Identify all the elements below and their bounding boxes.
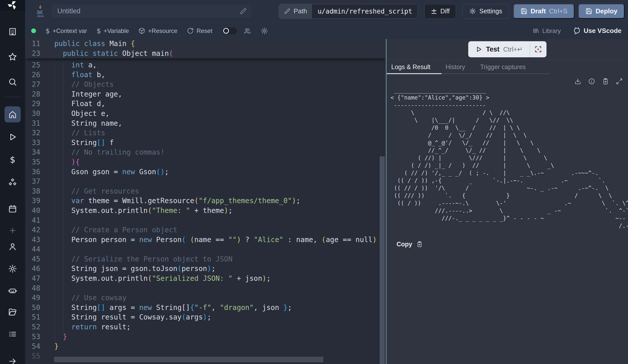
download-icon[interactable] <box>574 78 581 85</box>
code-line-38[interactable]: 38 // Get resources <box>25 187 386 196</box>
sidebar-item-home[interactable] <box>5 106 21 122</box>
line-number: 35 <box>25 157 40 167</box>
line-number: 55 <box>25 351 40 361</box>
tab-history[interactable]: History <box>438 60 473 74</box>
path-edit-button[interactable]: Path <box>279 4 312 18</box>
line-number: 52 <box>25 322 40 332</box>
info-icon[interactable] <box>588 78 595 85</box>
line-content: ){ <box>40 157 80 167</box>
line-number: 29 <box>25 99 40 109</box>
code-line-51[interactable]: 51 String result = Cowsay.say(args); <box>25 312 386 322</box>
deploy-label: Deploy <box>596 7 617 15</box>
sidebar-item-folders[interactable] <box>5 304 21 320</box>
use-vscode-button[interactable]: Use VScode <box>573 27 621 35</box>
vertical-scrollbar[interactable] <box>380 156 385 364</box>
code-line-48[interactable]: 48 <box>25 284 386 293</box>
script-summary-input[interactable]: Untitled <box>52 5 251 18</box>
sidebar-item-favorites[interactable] <box>5 49 21 65</box>
code-line-52[interactable]: 52 return result; <box>25 322 386 332</box>
copy-result-button[interactable]: Copy <box>387 230 628 248</box>
code-line-23[interactable]: 23 public static Object main( <box>25 49 386 59</box>
sidebar-item-user[interactable] <box>5 239 21 255</box>
code-line-34[interactable]: 34 // No trailing commas! <box>25 148 386 157</box>
tab-logs-result[interactable]: Logs & Result <box>387 60 438 74</box>
use-vscode-label: Use VScode <box>584 27 621 35</box>
code-line-53[interactable]: 53 } <box>25 332 386 342</box>
sticky-scroll-lines[interactable]: 11public class Main {23 public static Ob… <box>25 39 386 58</box>
horizontal-scrollbar[interactable] <box>54 357 323 362</box>
code-line-44[interactable]: 44 <box>25 245 386 254</box>
run-panel: Test Ctrl+↵ Logs & Result History Trigge… <box>387 39 628 364</box>
line-number: 37 <box>25 177 40 187</box>
code-line-36[interactable]: 36 Gson gson = new Gson(); <box>25 167 386 177</box>
windmill-logo[interactable] <box>0 0 25 11</box>
code-line-37[interactable]: 37 <box>25 177 386 187</box>
sidebar-item-workers[interactable] <box>5 282 21 298</box>
plus-minus-icon: ± <box>431 8 437 15</box>
diff-button[interactable]: ± Diff <box>424 4 456 19</box>
code-line-49[interactable]: 49 // Use cowsay <box>25 293 386 303</box>
clipboard-paste-icon[interactable] <box>602 78 609 85</box>
code-line-40[interactable]: 40 System.out.println("Theme: " + theme)… <box>25 206 386 216</box>
code-lines[interactable]: 25 int a,26 float b,27 // Objects28 Inte… <box>25 60 386 361</box>
sidebar-collapse-button[interactable] <box>5 353 21 364</box>
path-widget[interactable]: Path u/admin/refreshed_script <box>279 4 418 19</box>
line-content <box>40 284 54 293</box>
test-label: Test <box>486 46 500 53</box>
code-line-33[interactable]: 33 String[] f <box>25 138 386 148</box>
code-line-41[interactable]: 41 <box>25 216 386 225</box>
test-button[interactable]: Test Ctrl+↵ <box>468 41 530 57</box>
code-line-27[interactable]: 27 // Objects <box>25 80 386 89</box>
code-line-30[interactable]: 30 Object e, <box>25 109 386 119</box>
tab-trigger-captures[interactable]: Trigger captures <box>473 60 533 74</box>
code-editor[interactable]: 25 int a,26 float b,27 // Objects28 Inte… <box>25 39 386 364</box>
line-content: // Use cowsay <box>40 293 127 303</box>
sidebar-item-schedules[interactable] <box>5 201 21 217</box>
code-line-45[interactable]: 45 // Serialize the Person object to JSO… <box>25 254 386 264</box>
settings-button[interactable]: Settings <box>462 4 509 19</box>
sidebar-item-add[interactable] <box>5 222 21 239</box>
test-shortcut: Ctrl+↵ <box>503 46 523 53</box>
code-line-54[interactable]: 54} <box>25 342 386 351</box>
line-content: Object e, <box>40 109 109 119</box>
code-line-43[interactable]: 43 Person person = new Person( (name == … <box>25 235 386 245</box>
diff-mode-toggle[interactable] <box>222 27 238 35</box>
deploy-button[interactable]: Deploy <box>578 4 624 19</box>
sidebar-item-workspace[interactable] <box>5 24 21 40</box>
code-line-47[interactable]: 47 System.out.println("Serialized JSON: … <box>25 274 386 284</box>
code-line-28[interactable]: 28 Integer age, <box>25 89 386 99</box>
library-button[interactable]: Library <box>533 27 561 34</box>
code-line-50[interactable]: 50 String[] args = new String[]{"-f", "d… <box>25 303 386 313</box>
sidebar-item-runs[interactable] <box>5 129 21 145</box>
building-icon <box>8 27 17 36</box>
calendar-icon <box>8 204 17 213</box>
sidebar-item-settings[interactable] <box>5 261 21 277</box>
sidebar-item-audit-logs[interactable] <box>5 326 21 342</box>
sidebar-item-resources[interactable] <box>5 174 21 190</box>
reset-button[interactable]: Reset <box>187 27 212 34</box>
add-resource-button[interactable]: +Resource <box>138 27 177 34</box>
pencil-icon[interactable] <box>240 8 247 15</box>
code-line-26[interactable]: 26 float b, <box>25 70 386 80</box>
line-number: 33 <box>25 138 40 148</box>
code-line-39[interactable]: 39 var theme = Wmill.getResource("f/app_… <box>25 196 386 206</box>
capture-button[interactable] <box>530 41 546 57</box>
code-line-46[interactable]: 46 String json = gson.toJson(person); <box>25 264 386 274</box>
code-line-29[interactable]: 29 Float d, <box>25 99 386 109</box>
code-line-11[interactable]: 11public class Main { <box>25 39 386 49</box>
code-line-32[interactable]: 32 // Lists <box>25 128 386 138</box>
draft-button[interactable]: Draft Ctrl+S <box>514 4 575 19</box>
sidebar-item-search[interactable] <box>5 74 21 90</box>
add-variable-button[interactable]: $ +Variable <box>97 27 129 35</box>
code-line-42[interactable]: 42 // Create a Person object <box>25 225 386 235</box>
expand-icon[interactable] <box>616 78 623 85</box>
editor-settings-button[interactable] <box>261 27 268 35</box>
collaborators-button[interactable] <box>244 27 251 35</box>
code-line-25[interactable]: 25 int a, <box>25 60 386 70</box>
add-context-var-button[interactable]: $ +Context var <box>46 27 87 35</box>
sidebar-item-variables[interactable]: $ <box>5 152 21 168</box>
panel-resize-handle[interactable] <box>386 39 387 364</box>
code-line-35[interactable]: 35 ){ <box>25 157 386 167</box>
code-line-31[interactable]: 31 String name, <box>25 119 386 128</box>
line-number: 25 <box>25 60 40 70</box>
